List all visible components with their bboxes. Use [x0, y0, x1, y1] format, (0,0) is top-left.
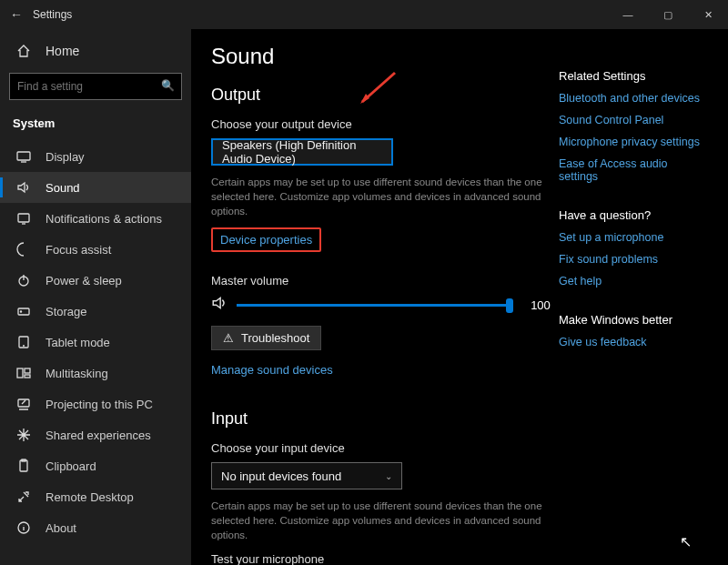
master-volume-slider[interactable]: [237, 304, 513, 307]
warning-icon: ⚠: [223, 331, 234, 345]
sidebar-item-label: Tablet mode: [46, 336, 110, 349]
sidebar-item-label: Notifications & actions: [46, 212, 162, 226]
manage-output-devices-link[interactable]: Manage sound devices: [211, 363, 333, 377]
sidebar-item-power-sleep[interactable]: Power & sleep: [0, 265, 191, 296]
window-title: Settings: [33, 8, 72, 21]
output-troubleshoot-button[interactable]: ⚠ Troubleshoot: [211, 326, 321, 350]
minimize-button[interactable]: —: [608, 0, 648, 29]
close-button[interactable]: ✕: [688, 0, 728, 29]
sidebar-item-label: Projecting to this PC: [46, 398, 153, 411]
help-link-setup-mic[interactable]: Set up a microphone: [559, 231, 708, 244]
related-settings-heading: Related Settings: [559, 69, 708, 83]
volume-icon: [211, 295, 228, 315]
sidebar-item-notifications[interactable]: Notifications & actions: [0, 203, 191, 234]
related-link-ease-of-access[interactable]: Ease of Access audio settings: [559, 157, 708, 183]
button-label: Troubleshoot: [241, 331, 309, 345]
help-link-get-help[interactable]: Get help: [559, 275, 708, 288]
related-link-mic-privacy[interactable]: Microphone privacy settings: [559, 136, 708, 148]
right-panel: Related Settings Bluetooth and other dev…: [559, 38, 708, 565]
sidebar-item-focus-assist[interactable]: Focus assist: [0, 234, 191, 265]
related-link-sound-panel[interactable]: Sound Control Panel: [559, 114, 708, 126]
device-properties-link[interactable]: Device properties: [211, 227, 321, 252]
sidebar-item-label: Focus assist: [46, 243, 111, 257]
projecting-icon: [15, 397, 33, 411]
sidebar-item-label: Power & sleep: [46, 274, 122, 288]
help-link-fix-sound[interactable]: Fix sound problems: [559, 253, 708, 266]
back-button[interactable]: ←: [0, 7, 33, 22]
sidebar-item-remote-desktop[interactable]: Remote Desktop: [0, 481, 191, 512]
svg-point-4: [20, 311, 21, 312]
search-box[interactable]: 🔍: [9, 73, 182, 100]
sidebar-item-label: Sound: [46, 181, 80, 195]
page-title: Sound: [211, 44, 559, 69]
sidebar-item-label: Remote Desktop: [46, 490, 134, 504]
sidebar-item-multitasking[interactable]: Multitasking: [0, 358, 191, 388]
sidebar-item-shared-experiences[interactable]: Shared experiences: [0, 419, 191, 450]
cursor-icon: ↖: [680, 533, 692, 550]
about-icon: [15, 520, 33, 535]
input-heading: Input: [211, 409, 559, 429]
sidebar-item-clipboard[interactable]: Clipboard: [0, 450, 191, 481]
focus-assist-icon: [15, 242, 33, 257]
output-description: Certain apps may be set up to use differ…: [211, 175, 557, 218]
svg-rect-1: [18, 214, 29, 222]
sidebar-item-label: Home: [46, 44, 79, 58]
tablet-icon: [15, 335, 33, 349]
sidebar-item-home[interactable]: Home: [0, 36, 191, 66]
better-heading: Make Windows better: [559, 313, 708, 327]
svg-rect-9: [18, 399, 29, 407]
power-icon: [15, 273, 33, 288]
feedback-link[interactable]: Give us feedback: [559, 336, 708, 348]
sidebar-item-label: Multitasking: [46, 367, 108, 380]
home-icon: [15, 44, 33, 58]
input-description: Certain apps may be set up to use differ…: [211, 499, 557, 542]
output-choose-label: Choose your output device: [211, 117, 559, 131]
notifications-icon: [15, 211, 33, 226]
content: Sound Output Choose your output device S…: [211, 38, 559, 565]
search-icon: 🔍: [161, 79, 175, 92]
shared-icon: [15, 428, 33, 442]
storage-icon: [15, 304, 33, 318]
svg-rect-7: [25, 368, 30, 373]
sound-icon: [15, 180, 33, 195]
svg-rect-0: [17, 152, 30, 160]
sidebar-item-label: About: [46, 521, 76, 535]
titlebar: ← Settings — ▢ ✕: [0, 0, 728, 29]
output-device-dropdown[interactable]: Speakers (High Definition Audio Device): [211, 138, 393, 166]
sidebar-item-label: Shared experiences: [46, 429, 151, 442]
sidebar: Home 🔍 System Display Sound Notification…: [0, 29, 191, 565]
test-mic-label: Test your microphone: [211, 552, 559, 565]
input-device-dropdown[interactable]: No input devices found ⌄: [211, 462, 402, 489]
display-icon: [15, 149, 33, 164]
chevron-down-icon: ⌄: [385, 471, 392, 481]
slider-thumb[interactable]: [506, 298, 513, 313]
sidebar-item-label: Display: [46, 150, 85, 164]
input-device-value: No input devices found: [221, 469, 341, 483]
sidebar-item-label: Clipboard: [46, 459, 96, 473]
sidebar-group-title: System: [0, 111, 191, 141]
master-volume-value: 100: [522, 298, 559, 312]
sidebar-item-about[interactable]: About: [0, 512, 191, 543]
master-volume-label: Master volume: [211, 274, 559, 288]
question-heading: Have a question?: [559, 208, 708, 222]
sidebar-item-tablet-mode[interactable]: Tablet mode: [0, 327, 191, 358]
multitasking-icon: [15, 366, 33, 380]
sidebar-item-sound[interactable]: Sound: [0, 172, 191, 203]
input-choose-label: Choose your input device: [211, 441, 559, 455]
sidebar-item-display[interactable]: Display: [0, 141, 191, 172]
sidebar-item-label: Storage: [46, 305, 87, 318]
maximize-button[interactable]: ▢: [648, 0, 688, 29]
clipboard-icon: [15, 459, 33, 473]
sidebar-item-projecting[interactable]: Projecting to this PC: [0, 388, 191, 419]
output-device-value: Speakers (High Definition Audio Device): [222, 138, 382, 166]
search-input[interactable]: [9, 73, 182, 100]
svg-rect-6: [17, 368, 23, 378]
output-heading: Output: [211, 86, 559, 105]
svg-rect-8: [25, 375, 30, 378]
sidebar-item-storage[interactable]: Storage: [0, 296, 191, 327]
related-link-bluetooth[interactable]: Bluetooth and other devices: [559, 92, 708, 105]
remote-desktop-icon: [15, 489, 33, 504]
svg-rect-10: [20, 460, 27, 471]
